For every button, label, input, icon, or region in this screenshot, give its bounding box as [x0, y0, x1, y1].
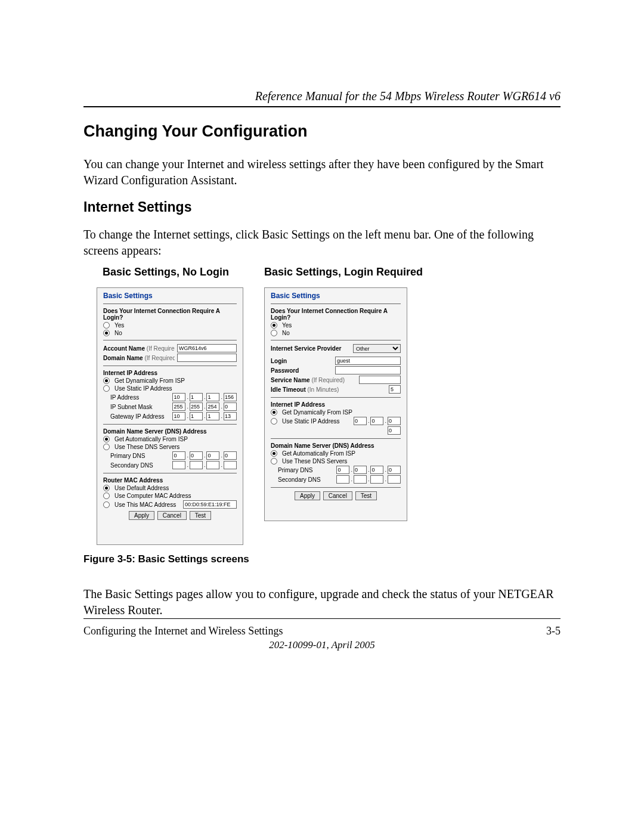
separator	[271, 438, 401, 439]
ip-octet[interactable]	[370, 466, 383, 474]
ip-octet[interactable]	[388, 417, 401, 425]
ip-octet[interactable]	[224, 402, 237, 411]
ip-octet[interactable]	[172, 451, 185, 460]
ip-octet[interactable]	[206, 412, 219, 420]
separator	[271, 340, 401, 340]
ip-octet[interactable]	[172, 393, 185, 401]
footer-rule	[83, 618, 561, 619]
footer-center: 202-10099-01, April 2005	[83, 639, 561, 651]
apply-button[interactable]: Apply	[129, 511, 154, 520]
heading-changing-config: Changing Your Configuration	[83, 122, 307, 141]
ip-octet[interactable]	[224, 451, 237, 460]
ip-octet[interactable]	[370, 417, 383, 425]
ip-octet[interactable]	[190, 461, 203, 469]
primary-dns-input[interactable]: . . .	[172, 451, 237, 460]
footer-page-number: 3-5	[546, 625, 561, 637]
ip-octet[interactable]	[388, 426, 401, 435]
radio-ip-dynamic[interactable]	[103, 377, 110, 384]
label-yes: Yes	[282, 322, 401, 329]
radio-mac-this[interactable]	[103, 501, 110, 508]
separator	[103, 424, 237, 425]
label-mac-computer: Use Computer MAC Address	[114, 493, 237, 499]
radio-dns-auto[interactable]	[271, 450, 277, 457]
ip-octet[interactable]	[354, 475, 367, 484]
ip-octet[interactable]	[206, 461, 219, 469]
secondary-dns-input[interactable]: . . .	[336, 475, 401, 484]
domain-name-input[interactable]	[177, 354, 237, 362]
subnet-label: IP Subnet Mask	[110, 404, 170, 410]
internet-settings-paragraph: To change the Internet settings, click B…	[83, 227, 561, 259]
login-input[interactable]	[335, 357, 401, 365]
test-button[interactable]: Test	[355, 491, 377, 500]
ip-address-input[interactable]: . . .	[172, 393, 237, 401]
radio-yes[interactable]	[271, 322, 277, 329]
idle-timeout-label: Idle Timeout (In Minutes)	[271, 386, 386, 393]
ip-octet[interactable]	[172, 461, 185, 469]
radio-mac-computer[interactable]	[103, 493, 110, 499]
ip-octet[interactable]	[190, 393, 203, 401]
ip-octet[interactable]	[336, 466, 349, 474]
radio-no[interactable]	[103, 330, 110, 336]
cancel-button[interactable]: Cancel	[323, 491, 352, 500]
radio-dns-use[interactable]	[103, 444, 110, 450]
label-dns-auto: Get Automatically From ISP	[114, 436, 237, 442]
ip-octet[interactable]	[172, 412, 185, 420]
ip-octet[interactable]	[224, 461, 237, 469]
idle-timeout-input[interactable]	[389, 385, 401, 394]
ip-octet[interactable]	[224, 412, 237, 420]
ip-octet[interactable]	[224, 393, 237, 401]
radio-dns-use[interactable]	[271, 458, 277, 465]
ip-octet[interactable]	[206, 451, 219, 460]
static-ip-input[interactable]: . .	[354, 417, 401, 425]
ip-octet[interactable]	[206, 402, 219, 411]
label-dns-use: Use These DNS Servers	[114, 444, 237, 450]
ip-octet[interactable]	[388, 466, 401, 474]
mac-address-input[interactable]	[183, 500, 237, 509]
figure-caption: Figure 3-5: Basic Settings screens	[83, 553, 249, 565]
ip-octet[interactable]	[172, 402, 185, 411]
account-name-input[interactable]	[177, 344, 237, 352]
radio-dns-auto[interactable]	[103, 436, 110, 442]
mac-section-label: Router MAC Address	[103, 477, 237, 484]
password-input[interactable]	[335, 366, 401, 374]
test-button[interactable]: Test	[190, 511, 211, 520]
ip-octet[interactable]	[336, 475, 349, 484]
ip-octet[interactable]	[190, 451, 203, 460]
separator	[271, 304, 401, 304]
isp-select[interactable]: Other	[353, 344, 401, 353]
caption-no-login: Basic Settings, No Login	[103, 266, 229, 278]
domain-name-label: Domain Name (If Required)	[103, 355, 175, 361]
ip-octet[interactable]	[370, 475, 383, 484]
radio-ip-static[interactable]	[103, 385, 110, 392]
radio-ip-dynamic[interactable]	[271, 409, 277, 416]
ip-octet[interactable]	[206, 393, 219, 401]
screenshot-basic-settings-login: Basic Settings Does Your Internet Connec…	[264, 287, 407, 521]
radio-yes[interactable]	[103, 322, 110, 329]
label-no: No	[282, 330, 401, 336]
apply-button[interactable]: Apply	[295, 491, 320, 500]
ip-octet[interactable]	[354, 466, 367, 474]
radio-ip-static[interactable]	[271, 418, 277, 425]
secondary-dns-input[interactable]: . . .	[172, 461, 237, 469]
label-ip-static: Use Static IP Address	[114, 385, 237, 392]
cancel-button[interactable]: Cancel	[157, 511, 187, 520]
ip-octet[interactable]	[190, 402, 203, 411]
ip-octet[interactable]	[388, 475, 401, 484]
label-ip-static: Use Static IP Address	[282, 418, 351, 425]
radio-no[interactable]	[271, 330, 277, 336]
primary-dns-input[interactable]: . . .	[336, 466, 401, 474]
account-name-label: Account Name (If Required)	[103, 345, 175, 352]
gateway-input[interactable]: . . .	[172, 412, 237, 420]
panel-title: Basic Settings	[103, 292, 237, 300]
separator	[271, 487, 401, 488]
subnet-input[interactable]: . . .	[172, 402, 237, 411]
running-header: Reference Manual for the 54 Mbps Wireles…	[83, 89, 561, 103]
label-dns-use: Use These DNS Servers	[282, 458, 401, 465]
ip-octet[interactable]	[354, 417, 367, 425]
login-question: Does Your Internet Connection Require A …	[103, 308, 237, 321]
ip-octet[interactable]	[190, 412, 203, 420]
label-mac-this: Use This MAC Address	[114, 501, 181, 508]
radio-mac-default[interactable]	[103, 485, 110, 491]
service-name-input[interactable]	[359, 376, 401, 384]
separator	[103, 304, 237, 304]
